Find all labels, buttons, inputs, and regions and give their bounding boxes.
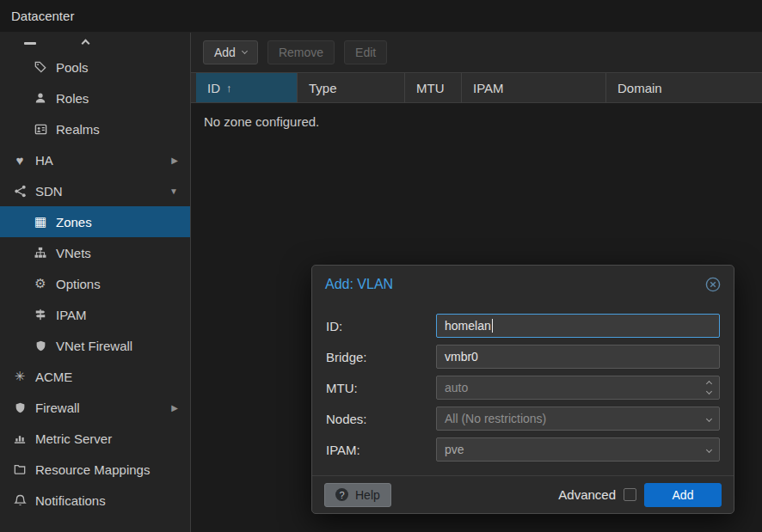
sidebar-item-ha[interactable]: ♥ HA ▶	[0, 144, 190, 175]
table-header: ID ↑ Type MTU IPAM Domain	[191, 72, 762, 103]
column-header-domain[interactable]: Domain	[606, 73, 762, 102]
text-cursor	[492, 319, 493, 333]
edit-button-label: Edit	[355, 46, 376, 59]
chevron-down-icon	[242, 48, 248, 54]
dialog-title: Add: VLAN	[325, 277, 393, 292]
bridge-input-value: vmbr0	[445, 350, 478, 364]
dialog-body: ID: homelan Bridge: vmbr0 MTU: auto	[312, 303, 734, 475]
chevron-up-icon	[82, 40, 90, 48]
bridge-field-label: Bridge:	[326, 350, 436, 364]
page-title: Datacenter	[11, 9, 74, 23]
mtu-spinner[interactable]: auto	[436, 376, 720, 400]
collapse-down-icon[interactable]: ▼	[169, 187, 178, 196]
id-field-label: ID:	[326, 319, 436, 333]
proxmox-datacenter-screen: Datacenter Pools Roles Realms ♥ HA	[0, 0, 762, 532]
sidebar-item-label: Resource Mappings	[35, 462, 150, 477]
sidebar-item-vnets[interactable]: VNets	[0, 237, 190, 268]
grid-icon: ▦	[31, 214, 50, 229]
spinner-up-icon	[706, 381, 712, 387]
submit-add-label: Add	[673, 488, 694, 502]
column-header-ipam[interactable]: IPAM	[462, 73, 606, 102]
spinner-buttons[interactable]	[707, 382, 711, 394]
close-icon[interactable]	[705, 277, 721, 292]
sidebar-item-label: Options	[56, 277, 101, 291]
column-header-id[interactable]: ID ↑	[196, 73, 298, 102]
zones-toolbar: Add Remove Edit	[191, 33, 762, 72]
column-label: Domain	[618, 81, 662, 95]
network-share-icon	[10, 185, 29, 198]
submit-add-button[interactable]: Add	[644, 483, 722, 507]
advanced-label: Advanced	[558, 487, 616, 502]
remove-button-label: Remove	[279, 46, 323, 59]
help-button[interactable]: ? Help	[324, 483, 391, 507]
sitemap-icon	[31, 247, 50, 259]
bar-chart-icon	[10, 432, 29, 444]
sidebar-item-zones[interactable]: ▦ Zones	[0, 206, 190, 237]
sidebar-item-sdn[interactable]: SDN ▼	[0, 175, 190, 206]
column-header-mtu[interactable]: MTU	[405, 73, 462, 102]
sidebar-item-options[interactable]: ⚙ Options	[0, 268, 190, 299]
sidebar-item-acme[interactable]: ✳ ACME	[0, 361, 190, 392]
top-bar: Datacenter	[0, 0, 762, 33]
shield-icon	[31, 340, 50, 352]
column-label: MTU	[416, 81, 445, 95]
column-label: ID	[207, 81, 220, 95]
id-input[interactable]: homelan	[436, 314, 720, 338]
column-header-type[interactable]: Type	[298, 73, 405, 102]
sidebar-tree: Pools Roles Realms ♥ HA ▶ SDN ▼ ▦	[0, 33, 191, 532]
heart-icon: ♥	[10, 153, 29, 168]
dialog-footer: ? Help Advanced Add	[312, 475, 734, 513]
sidebar-item-vnet-firewall[interactable]: VNet Firewall	[0, 330, 190, 361]
sidebar-item-label: Firewall	[35, 401, 80, 415]
spinner-down-icon	[706, 388, 712, 394]
chevron-down-icon	[706, 446, 712, 452]
sidebar-item-realms[interactable]: Realms	[0, 113, 190, 144]
partial-icon	[24, 42, 36, 45]
dialog-header[interactable]: Add: VLAN	[312, 266, 734, 303]
remove-button[interactable]: Remove	[267, 40, 335, 64]
sidebar-item-partial[interactable]	[0, 33, 190, 52]
id-input-value: homelan	[445, 319, 491, 333]
ipam-field-label: IPAM:	[326, 443, 436, 457]
ipam-select[interactable]: pve	[436, 437, 720, 462]
nodes-select-value: All (No restrictions)	[445, 412, 546, 425]
column-label: Type	[309, 81, 337, 95]
help-button-label: Help	[355, 488, 380, 502]
sidebar-item-label: Metric Server	[35, 431, 112, 446]
tags-icon	[31, 61, 50, 73]
sidebar-item-ipam[interactable]: IPAM	[0, 299, 190, 330]
chevron-down-icon	[706, 415, 712, 421]
add-button[interactable]: Add	[203, 40, 258, 64]
sidebar-item-label: HA	[35, 153, 53, 168]
sidebar-item-resource-mappings[interactable]: Resource Mappings	[0, 454, 190, 485]
empty-table-text: No zone configured.	[204, 114, 319, 129]
certificate-icon: ✳	[10, 369, 29, 384]
sidebar-item-label: ACME	[35, 370, 72, 384]
sidebar-item-label: VNets	[56, 246, 91, 260]
sidebar-item-label: Notifications	[35, 493, 106, 508]
sort-asc-icon: ↑	[226, 82, 232, 95]
table-body: No zone configured.	[191, 103, 762, 140]
expand-right-icon[interactable]: ▶	[171, 156, 178, 165]
bridge-input[interactable]: vmbr0	[436, 345, 720, 369]
nodes-field-label: Nodes:	[326, 412, 436, 426]
expand-right-icon[interactable]: ▶	[171, 403, 178, 413]
edit-button[interactable]: Edit	[344, 40, 387, 64]
sidebar-item-metric-server[interactable]: Metric Server	[0, 423, 190, 454]
field-row-mtu: MTU: auto	[326, 376, 720, 400]
sidebar-item-pools[interactable]: Pools	[0, 52, 190, 83]
sidebar-item-label: IPAM	[56, 308, 87, 322]
sidebar-item-label: Roles	[56, 91, 89, 106]
sidebar-item-notifications[interactable]: Notifications	[0, 485, 190, 516]
mtu-field-label: MTU:	[326, 381, 436, 395]
sidebar-item-firewall[interactable]: Firewall ▶	[0, 392, 190, 423]
user-icon	[31, 92, 50, 104]
shield-icon	[10, 402, 29, 413]
advanced-checkbox[interactable]	[624, 488, 636, 501]
question-circle-icon: ?	[335, 488, 348, 501]
nodes-select[interactable]: All (No restrictions)	[436, 407, 720, 431]
sidebar-item-roles[interactable]: Roles	[0, 83, 190, 113]
field-row-ipam: IPAM: pve	[326, 437, 720, 462]
sidebar-item-label: VNet Firewall	[56, 339, 132, 353]
sidebar-item-label: Zones	[56, 215, 92, 229]
